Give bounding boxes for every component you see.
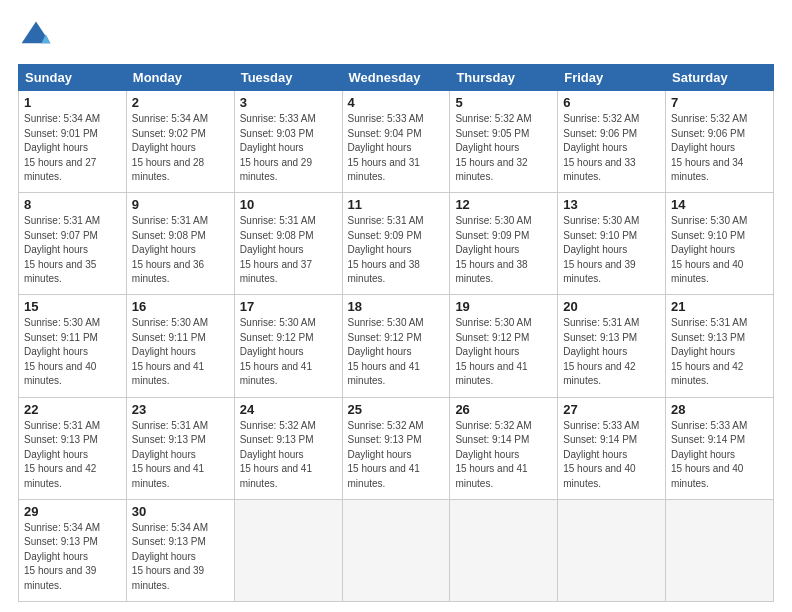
day-info: Sunrise: 5:30 AMSunset: 9:12 PMDaylight … (455, 316, 552, 389)
calendar-cell: 7Sunrise: 5:32 AMSunset: 9:06 PMDaylight… (666, 91, 774, 193)
week-row: 15Sunrise: 5:30 AMSunset: 9:11 PMDayligh… (19, 295, 774, 397)
day-number: 21 (671, 299, 768, 314)
day-info: Sunrise: 5:31 AMSunset: 9:13 PMDaylight … (132, 419, 229, 492)
day-info: Sunrise: 5:31 AMSunset: 9:13 PMDaylight … (563, 316, 660, 389)
calendar-cell: 20Sunrise: 5:31 AMSunset: 9:13 PMDayligh… (558, 295, 666, 397)
weekday-header-row: SundayMondayTuesdayWednesdayThursdayFrid… (19, 65, 774, 91)
day-info: Sunrise: 5:30 AMSunset: 9:12 PMDaylight … (240, 316, 337, 389)
day-info: Sunrise: 5:32 AMSunset: 9:13 PMDaylight … (348, 419, 445, 492)
day-number: 3 (240, 95, 337, 110)
calendar-cell: 13Sunrise: 5:30 AMSunset: 9:10 PMDayligh… (558, 193, 666, 295)
calendar-cell: 29Sunrise: 5:34 AMSunset: 9:13 PMDayligh… (19, 499, 127, 601)
day-info: Sunrise: 5:34 AMSunset: 9:01 PMDaylight … (24, 112, 121, 185)
weekday-header: Monday (126, 65, 234, 91)
weekday-header: Saturday (666, 65, 774, 91)
day-info: Sunrise: 5:33 AMSunset: 9:14 PMDaylight … (671, 419, 768, 492)
day-info: Sunrise: 5:31 AMSunset: 9:13 PMDaylight … (671, 316, 768, 389)
logo-icon (18, 18, 54, 54)
day-number: 22 (24, 402, 121, 417)
day-info: Sunrise: 5:32 AMSunset: 9:14 PMDaylight … (455, 419, 552, 492)
weekday-header: Sunday (19, 65, 127, 91)
day-number: 10 (240, 197, 337, 212)
calendar-cell: 22Sunrise: 5:31 AMSunset: 9:13 PMDayligh… (19, 397, 127, 499)
day-number: 6 (563, 95, 660, 110)
calendar-cell: 6Sunrise: 5:32 AMSunset: 9:06 PMDaylight… (558, 91, 666, 193)
day-number: 26 (455, 402, 552, 417)
calendar-cell: 11Sunrise: 5:31 AMSunset: 9:09 PMDayligh… (342, 193, 450, 295)
day-info: Sunrise: 5:30 AMSunset: 9:11 PMDaylight … (132, 316, 229, 389)
week-row: 8Sunrise: 5:31 AMSunset: 9:07 PMDaylight… (19, 193, 774, 295)
calendar-cell: 3Sunrise: 5:33 AMSunset: 9:03 PMDaylight… (234, 91, 342, 193)
weekday-header: Wednesday (342, 65, 450, 91)
day-number: 17 (240, 299, 337, 314)
calendar-cell: 15Sunrise: 5:30 AMSunset: 9:11 PMDayligh… (19, 295, 127, 397)
day-number: 1 (24, 95, 121, 110)
day-number: 2 (132, 95, 229, 110)
day-info: Sunrise: 5:31 AMSunset: 9:09 PMDaylight … (348, 214, 445, 287)
calendar-cell: 21Sunrise: 5:31 AMSunset: 9:13 PMDayligh… (666, 295, 774, 397)
day-number: 11 (348, 197, 445, 212)
day-number: 19 (455, 299, 552, 314)
week-row: 22Sunrise: 5:31 AMSunset: 9:13 PMDayligh… (19, 397, 774, 499)
week-row: 29Sunrise: 5:34 AMSunset: 9:13 PMDayligh… (19, 499, 774, 601)
calendar-cell: 5Sunrise: 5:32 AMSunset: 9:05 PMDaylight… (450, 91, 558, 193)
day-info: Sunrise: 5:31 AMSunset: 9:13 PMDaylight … (24, 419, 121, 492)
day-info: Sunrise: 5:31 AMSunset: 9:08 PMDaylight … (240, 214, 337, 287)
day-number: 14 (671, 197, 768, 212)
weekday-header: Tuesday (234, 65, 342, 91)
day-number: 25 (348, 402, 445, 417)
day-number: 8 (24, 197, 121, 212)
day-info: Sunrise: 5:34 AMSunset: 9:13 PMDaylight … (132, 521, 229, 594)
calendar-cell: 17Sunrise: 5:30 AMSunset: 9:12 PMDayligh… (234, 295, 342, 397)
calendar-cell: 30Sunrise: 5:34 AMSunset: 9:13 PMDayligh… (126, 499, 234, 601)
day-info: Sunrise: 5:32 AMSunset: 9:05 PMDaylight … (455, 112, 552, 185)
weekday-header: Thursday (450, 65, 558, 91)
calendar-cell: 25Sunrise: 5:32 AMSunset: 9:13 PMDayligh… (342, 397, 450, 499)
calendar-cell: 27Sunrise: 5:33 AMSunset: 9:14 PMDayligh… (558, 397, 666, 499)
day-number: 24 (240, 402, 337, 417)
day-number: 23 (132, 402, 229, 417)
calendar-cell (342, 499, 450, 601)
logo (18, 18, 60, 54)
day-info: Sunrise: 5:30 AMSunset: 9:09 PMDaylight … (455, 214, 552, 287)
calendar-cell: 26Sunrise: 5:32 AMSunset: 9:14 PMDayligh… (450, 397, 558, 499)
day-number: 30 (132, 504, 229, 519)
calendar-cell: 10Sunrise: 5:31 AMSunset: 9:08 PMDayligh… (234, 193, 342, 295)
day-number: 4 (348, 95, 445, 110)
day-info: Sunrise: 5:30 AMSunset: 9:10 PMDaylight … (671, 214, 768, 287)
day-info: Sunrise: 5:30 AMSunset: 9:10 PMDaylight … (563, 214, 660, 287)
day-info: Sunrise: 5:33 AMSunset: 9:03 PMDaylight … (240, 112, 337, 185)
calendar-cell: 8Sunrise: 5:31 AMSunset: 9:07 PMDaylight… (19, 193, 127, 295)
calendar-cell: 16Sunrise: 5:30 AMSunset: 9:11 PMDayligh… (126, 295, 234, 397)
calendar-cell: 9Sunrise: 5:31 AMSunset: 9:08 PMDaylight… (126, 193, 234, 295)
day-info: Sunrise: 5:30 AMSunset: 9:12 PMDaylight … (348, 316, 445, 389)
day-info: Sunrise: 5:31 AMSunset: 9:07 PMDaylight … (24, 214, 121, 287)
day-info: Sunrise: 5:34 AMSunset: 9:13 PMDaylight … (24, 521, 121, 594)
week-row: 1Sunrise: 5:34 AMSunset: 9:01 PMDaylight… (19, 91, 774, 193)
day-info: Sunrise: 5:33 AMSunset: 9:14 PMDaylight … (563, 419, 660, 492)
day-number: 18 (348, 299, 445, 314)
day-number: 27 (563, 402, 660, 417)
weekday-header: Friday (558, 65, 666, 91)
calendar-cell: 28Sunrise: 5:33 AMSunset: 9:14 PMDayligh… (666, 397, 774, 499)
day-info: Sunrise: 5:31 AMSunset: 9:08 PMDaylight … (132, 214, 229, 287)
day-number: 20 (563, 299, 660, 314)
calendar-cell: 2Sunrise: 5:34 AMSunset: 9:02 PMDaylight… (126, 91, 234, 193)
day-number: 28 (671, 402, 768, 417)
day-info: Sunrise: 5:32 AMSunset: 9:06 PMDaylight … (671, 112, 768, 185)
calendar-cell (234, 499, 342, 601)
calendar-cell: 19Sunrise: 5:30 AMSunset: 9:12 PMDayligh… (450, 295, 558, 397)
calendar-cell (450, 499, 558, 601)
calendar-cell: 1Sunrise: 5:34 AMSunset: 9:01 PMDaylight… (19, 91, 127, 193)
day-number: 13 (563, 197, 660, 212)
day-number: 5 (455, 95, 552, 110)
header (18, 18, 774, 54)
day-number: 12 (455, 197, 552, 212)
day-info: Sunrise: 5:30 AMSunset: 9:11 PMDaylight … (24, 316, 121, 389)
calendar-cell: 23Sunrise: 5:31 AMSunset: 9:13 PMDayligh… (126, 397, 234, 499)
day-number: 9 (132, 197, 229, 212)
day-info: Sunrise: 5:32 AMSunset: 9:06 PMDaylight … (563, 112, 660, 185)
calendar-cell: 14Sunrise: 5:30 AMSunset: 9:10 PMDayligh… (666, 193, 774, 295)
calendar: SundayMondayTuesdayWednesdayThursdayFrid… (18, 64, 774, 602)
calendar-cell: 4Sunrise: 5:33 AMSunset: 9:04 PMDaylight… (342, 91, 450, 193)
